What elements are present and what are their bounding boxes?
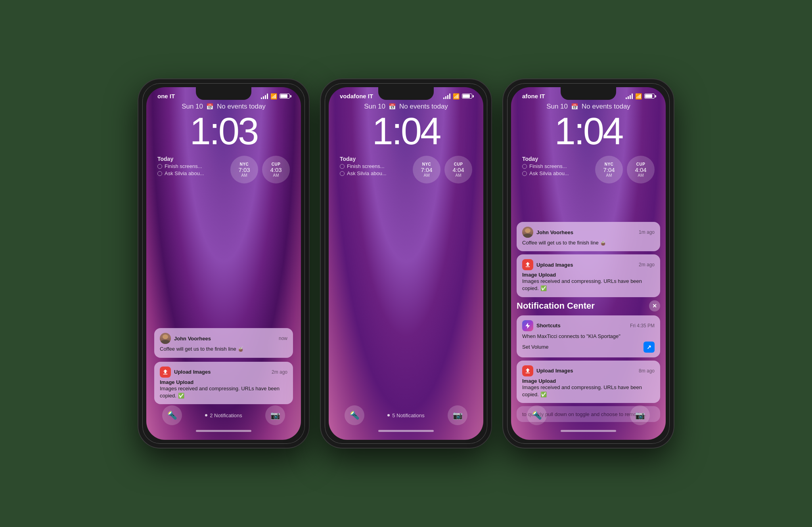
banner-time-3: 1m ago: [639, 229, 655, 235]
flashlight-button-3[interactable]: 🔦: [527, 405, 547, 425]
upload-body-center: Images received and compressing. URLs ha…: [522, 384, 655, 398]
city-nyc-3: NYC: [605, 162, 614, 166]
shortcuts-app-name: Shortcuts: [536, 323, 627, 328]
notif-shortcuts[interactable]: Shortcuts Fri 4:35 PM When MaxTicci conn…: [517, 315, 660, 357]
notif-time: now: [279, 336, 287, 341]
upload-app-icon: [160, 367, 171, 378]
date-label-3: Sun 10: [546, 103, 568, 111]
task-item-3-1: Finish screens...: [522, 163, 591, 169]
phone-2: vodafone IT 📶 Sun 10 📅 No events: [321, 79, 491, 448]
task-circle-icon-3-2: [522, 171, 527, 176]
widget-tasks-2: Today Finish screens... Ask Silvia abou.…: [340, 156, 409, 176]
calendar-icon-2: 📅: [389, 103, 396, 110]
status-icons-3: 📶: [626, 93, 655, 99]
city-cup: CUP: [272, 162, 281, 166]
cup-time-2: 4:04: [452, 166, 464, 173]
date-line: Sun 10 📅 No events today: [157, 103, 290, 111]
home-indicator[interactable]: [196, 430, 251, 432]
upload-app-name-3: Upload Images: [536, 262, 636, 268]
bottom-controls-2: 🔦 5 Notifications 📷: [329, 405, 483, 425]
calendar-icon-3: 📅: [571, 103, 578, 110]
upload-app-name-center: Upload Images: [536, 368, 636, 374]
camera-button-3[interactable]: 📷: [630, 405, 650, 425]
notif-center-title: Notification Center: [517, 301, 595, 311]
nyc-ampm-2: AM: [424, 173, 430, 178]
close-notif-center-button[interactable]: ✕: [649, 300, 660, 311]
lock-bottom: 🔦 2 Notifications 📷: [146, 405, 301, 432]
avatar-3: [522, 227, 533, 238]
signal-icon: [261, 94, 268, 99]
task-item-2-2: Ask Silvia abou...: [340, 170, 409, 176]
external-link-icon[interactable]: ↗: [643, 342, 655, 353]
camera-button-2[interactable]: 📷: [448, 405, 467, 425]
wifi-icon-2: 📶: [453, 93, 460, 99]
upload-title: Image Upload: [160, 379, 287, 385]
wifi-icon: 📶: [270, 93, 277, 99]
today-label: Today: [157, 156, 226, 162]
notif-body: Coffee will get us to the finish line 🧉: [160, 346, 287, 353]
city-nyc-2: NYC: [422, 162, 431, 166]
city-nyc: NYC: [240, 162, 249, 166]
banner-notif-message-3[interactable]: John Voorhees 1m ago Coffee will get us …: [517, 222, 660, 251]
nyc-time: 7:03: [238, 166, 250, 173]
notif-center-header: Notification Center ✕: [517, 300, 660, 311]
time-display-2: 1:04: [340, 112, 472, 150]
avatar: [160, 333, 171, 344]
clock-widget-cup-3: CUP 4:04 AM: [627, 156, 655, 183]
signal-icon-2: [443, 94, 450, 99]
task-item-2: Ask Silvia abou...: [157, 170, 226, 176]
lock-bottom-2: 🔦 5 Notifications 📷: [329, 405, 483, 432]
camera-button[interactable]: 📷: [265, 405, 285, 425]
sender-name: John Voorhees: [174, 336, 276, 342]
shortcuts-time: Fri 4:35 PM: [630, 323, 655, 328]
notif-dot-icon: [205, 414, 207, 416]
banner-notif-upload-3[interactable]: Upload Images 2m ago Image Upload Images…: [517, 254, 660, 297]
today-label-2: Today: [340, 156, 409, 162]
shortcuts-sub: Set Volume: [522, 344, 549, 351]
time-display-3: 1:04: [522, 112, 655, 150]
shortcuts-body: When MaxTicci connects to "KIA Sportage": [522, 333, 655, 340]
shortcuts-app-icon: [522, 320, 533, 331]
task-circle-icon-3-1: [522, 164, 527, 169]
task-item-1: Finish screens...: [157, 163, 226, 169]
clock-widget-nyc: NYC 7:03 AM: [230, 156, 258, 183]
widget-tasks-3: Today Finish screens... Ask Silvia abou.…: [522, 156, 591, 176]
widget-tasks: Today Finish screens... Ask Silvia abou.…: [157, 156, 226, 176]
flashlight-button-2[interactable]: 🔦: [345, 405, 364, 425]
upload-body-3: Images received and compressing. URLs ha…: [522, 278, 655, 292]
upload-time-center: 8m ago: [639, 368, 655, 374]
task-circle-icon-2-1: [340, 164, 345, 169]
notch-3: [561, 87, 616, 100]
flashlight-button[interactable]: 🔦: [162, 405, 182, 425]
no-events-label-3: No events today: [582, 103, 630, 111]
battery-icon: [280, 94, 290, 99]
upload-app-icon-3: [522, 259, 533, 270]
task-circle-icon-2: [157, 171, 162, 176]
nyc-ampm-3: AM: [606, 173, 612, 178]
city-cup-2: CUP: [454, 162, 463, 166]
phone-1: one IT 📶 Sun 10 📅 No even: [138, 79, 309, 448]
widgets-row: Today Finish screens... Ask Silvia abou.…: [157, 156, 290, 183]
home-indicator-3[interactable]: [561, 430, 616, 432]
task-label-2-2: Ask Silvia abou...: [347, 170, 387, 176]
battery-icon-3: [644, 94, 655, 99]
status-icons-2: 📶: [443, 93, 472, 99]
notification-upload[interactable]: Upload Images 2m ago Image Upload Images…: [154, 362, 293, 404]
upload-time: 2m ago: [272, 369, 287, 375]
lock-bottom-3: 🔦 📷: [511, 405, 666, 432]
calendar-icon: 📅: [206, 103, 214, 110]
upload-app-icon-center: [522, 365, 533, 376]
no-events-label-2: No events today: [399, 103, 448, 111]
banner-body-3: Coffee will get us to the finish line 🧉: [522, 239, 655, 246]
cup-ampm-3: AM: [638, 173, 644, 178]
notification-message[interactable]: John Voorhees now Coffee will get us to …: [154, 328, 293, 357]
home-indicator-2[interactable]: [378, 430, 434, 432]
upload-time-3: 2m ago: [639, 262, 655, 267]
nyc-ampm: AM: [241, 173, 247, 178]
task-item-2-1: Finish screens...: [340, 163, 409, 169]
cup-ampm-2: AM: [456, 173, 462, 178]
task-label-2-1: Finish screens...: [347, 163, 385, 169]
notif-upload-center[interactable]: Upload Images 8m ago Image Upload Images…: [517, 361, 660, 403]
task-circle-icon-2-2: [340, 171, 345, 176]
notification-count: 2 Notifications: [205, 412, 242, 418]
